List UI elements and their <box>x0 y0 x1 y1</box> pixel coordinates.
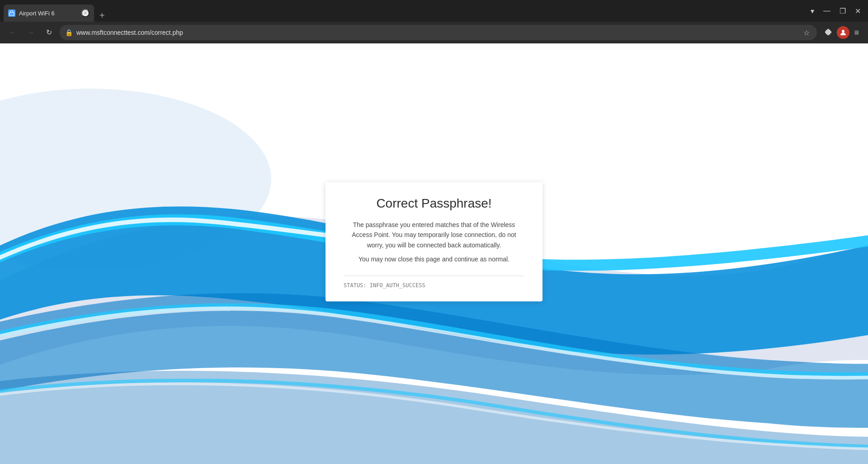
browser-toolbar: ← → ↻ 🔒 ☆ ≡ <box>0 22 868 43</box>
back-button[interactable]: ← <box>5 25 20 40</box>
favorite-button[interactable]: ☆ <box>802 27 811 39</box>
card-close-message: You may now close this page and continue… <box>344 256 524 263</box>
profile-button[interactable] <box>837 26 849 39</box>
address-bar-container: 🔒 ☆ <box>60 25 817 40</box>
restore-button[interactable]: ❐ <box>836 5 849 17</box>
tab-strip: Airport WiFi 6 ✕ + <box>4 0 803 22</box>
page-content: Correct Passphrase! The passphrase you e… <box>0 43 868 464</box>
extensions-button[interactable] <box>821 25 836 40</box>
card-status: STATUS: INFO_AUTH_SUCCESS <box>344 283 524 289</box>
svg-point-1 <box>842 30 844 33</box>
forward-button[interactable]: → <box>24 25 38 40</box>
tab-close-button[interactable]: ✕ <box>81 9 90 17</box>
success-card: Correct Passphrase! The passphrase you e… <box>326 182 542 301</box>
status-value: INFO_AUTH_SUCCESS <box>370 283 425 289</box>
card-body: The passphrase you entered matches that … <box>344 220 524 250</box>
card-title: Correct Passphrase! <box>344 196 524 211</box>
active-tab[interactable]: Airport WiFi 6 ✕ <box>4 5 94 22</box>
refresh-button[interactable]: ↻ <box>42 25 56 40</box>
browser-titlebar: Airport WiFi 6 ✕ + ▾ — ❐ ✕ <box>0 0 868 22</box>
tab-title: Airport WiFi 6 <box>19 10 78 17</box>
minimize-button[interactable]: — <box>820 5 834 17</box>
tab-favicon <box>8 9 15 17</box>
security-icon: 🔒 <box>65 29 73 36</box>
toolbar-actions: ≡ <box>821 25 863 40</box>
status-label: STATUS: <box>344 283 367 289</box>
svg-rect-0 <box>9 13 14 15</box>
address-bar[interactable] <box>76 29 798 36</box>
menu-button[interactable]: ≡ <box>850 26 863 39</box>
card-divider <box>344 276 524 276</box>
new-tab-button[interactable]: + <box>96 9 108 22</box>
titlebar-controls: ▾ — ❐ ✕ <box>807 5 864 17</box>
dropdown-button[interactable]: ▾ <box>807 5 818 17</box>
close-button[interactable]: ✕ <box>851 5 864 17</box>
